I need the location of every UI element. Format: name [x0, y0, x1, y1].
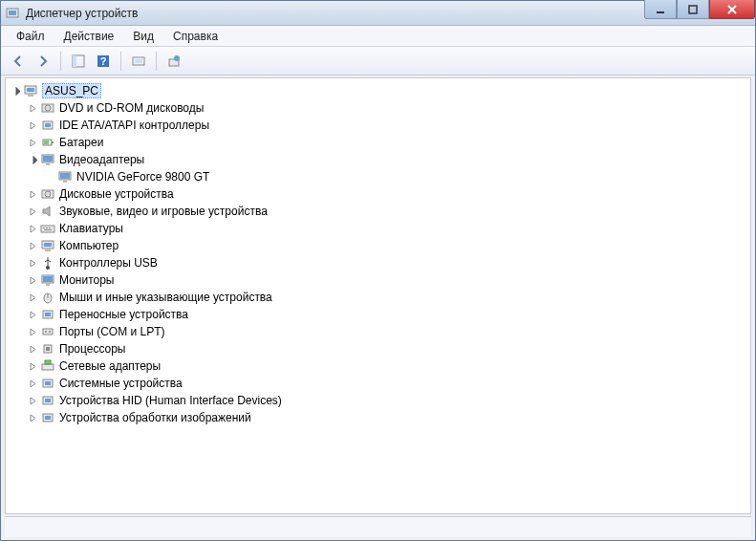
- expand-icon[interactable]: [27, 412, 38, 423]
- menu-view[interactable]: Вид: [123, 28, 163, 45]
- display-adapter-icon: [57, 169, 73, 184]
- svg-rect-21: [44, 141, 49, 144]
- tree-node-label[interactable]: Сетевые адаптеры: [59, 359, 161, 373]
- expand-icon[interactable]: [27, 257, 38, 269]
- forward-button[interactable]: [32, 50, 54, 73]
- help-button[interactable]: ?: [92, 50, 115, 73]
- expand-icon[interactable]: [27, 326, 38, 337]
- tree-node[interactable]: Видеоадаптеры: [25, 151, 748, 168]
- sound-icon: [40, 204, 55, 219]
- show-hide-tree-button[interactable]: [67, 50, 90, 73]
- mouse-icon: [40, 290, 55, 305]
- tree-node-label[interactable]: Порты (COM и LPT): [59, 325, 165, 338]
- expand-icon[interactable]: [27, 343, 38, 355]
- tree-node[interactable]: Компьютер: [25, 237, 748, 254]
- tree-node-label[interactable]: Мыши и иные указывающие устройства: [59, 291, 272, 304]
- tree-node[interactable]: Контроллеры USB: [25, 254, 748, 271]
- expand-icon[interactable]: [27, 378, 38, 389]
- tree-node-label[interactable]: Видеоадаптеры: [59, 153, 144, 166]
- update-driver-button[interactable]: [162, 50, 185, 73]
- expand-icon[interactable]: [27, 206, 38, 217]
- keyboard-icon: [40, 221, 55, 236]
- minimize-button[interactable]: [644, 0, 677, 19]
- collapse-icon[interactable]: [27, 154, 38, 165]
- tree-node-label[interactable]: Контроллеры USB: [59, 256, 158, 270]
- tree-node[interactable]: IDE ATA/ATAPI контроллеры: [25, 117, 748, 134]
- tree-node[interactable]: Мониторы: [25, 271, 748, 289]
- expand-icon[interactable]: [27, 292, 38, 303]
- usb-icon: [40, 255, 55, 270]
- tree-node[interactable]: Устройства HID (Human Interface Devices): [25, 392, 748, 409]
- tree-node-label[interactable]: Мониторы: [59, 273, 114, 287]
- svg-rect-50: [46, 347, 50, 351]
- disc-drive-icon: [40, 100, 55, 116]
- tree-node[interactable]: Мыши и иные указывающие устройства: [25, 289, 748, 306]
- tree-node-label[interactable]: IDE ATA/ATAPI контроллеры: [59, 119, 209, 132]
- hid-icon: [40, 393, 55, 408]
- battery-icon: [40, 135, 55, 150]
- tree-node-label[interactable]: Батареи: [59, 136, 103, 149]
- svg-rect-18: [45, 123, 51, 127]
- tree-node-label[interactable]: Процессоры: [59, 342, 126, 356]
- expand-icon[interactable]: [27, 188, 38, 200]
- svg-rect-31: [43, 227, 45, 228]
- tree-node-label[interactable]: DVD и CD-ROM дисководы: [59, 101, 204, 115]
- expand-icon[interactable]: [27, 223, 38, 234]
- tree-node-label[interactable]: Дисковые устройства: [59, 187, 174, 201]
- svg-rect-40: [43, 276, 53, 282]
- tree-node[interactable]: Системные устройства: [25, 375, 748, 392]
- statusbar: [5, 516, 751, 537]
- svg-rect-14: [28, 95, 33, 97]
- expand-icon[interactable]: [27, 274, 38, 286]
- tree-node-label[interactable]: Звуковые, видео и игровые устройства: [59, 205, 268, 218]
- maximize-button[interactable]: [677, 0, 709, 19]
- tree-node-label[interactable]: ASUS_PC: [42, 83, 101, 98]
- svg-rect-45: [45, 313, 51, 316]
- device-tree-panel[interactable]: ASUS_PCDVD и CD-ROM дисководыIDE ATA/ATA…: [5, 77, 751, 514]
- tree-node[interactable]: Батареи: [25, 134, 748, 151]
- back-button[interactable]: [7, 50, 30, 73]
- tree-node-label[interactable]: Переносные устройства: [59, 308, 188, 321]
- display-adapter-icon: [40, 152, 55, 167]
- scan-hardware-button[interactable]: [127, 50, 150, 73]
- menu-help[interactable]: Справка: [163, 28, 227, 45]
- svg-rect-23: [43, 156, 53, 162]
- tree-node[interactable]: NVIDIA GeForce 9800 GT: [42, 168, 748, 185]
- tree-node-label[interactable]: Устройства обработки изображений: [59, 411, 251, 424]
- tree-node-label[interactable]: Компьютер: [59, 239, 119, 252]
- expand-icon[interactable]: [27, 240, 38, 251]
- tree-node-label[interactable]: Клавиатуры: [59, 222, 123, 235]
- tree-node-label[interactable]: Системные устройства: [59, 377, 183, 390]
- tree-node[interactable]: Процессоры: [25, 340, 748, 357]
- toolbar-separator: [120, 52, 121, 71]
- tree-node[interactable]: ASUS_PC: [8, 82, 748, 99]
- expand-icon[interactable]: [27, 137, 38, 148]
- svg-rect-13: [27, 88, 34, 92]
- tree-node[interactable]: DVD и CD-ROM дисководы: [25, 99, 748, 117]
- menu-file[interactable]: Файл: [7, 28, 54, 45]
- tree-node[interactable]: Дисковые устройства: [25, 185, 748, 203]
- tree-node[interactable]: Сетевые адаптеры: [25, 357, 748, 375]
- disk-icon: [40, 186, 55, 202]
- tree-node[interactable]: Клавиатуры: [25, 220, 748, 237]
- port-icon: [40, 324, 55, 339]
- expand-icon[interactable]: [27, 360, 38, 372]
- svg-rect-56: [45, 399, 51, 402]
- tree-node[interactable]: Звуковые, видео и игровые устройства: [25, 203, 748, 220]
- svg-rect-5: [73, 55, 76, 67]
- tree-node[interactable]: Переносные устройства: [25, 306, 748, 323]
- expand-icon[interactable]: [27, 309, 38, 320]
- tree-node-label[interactable]: NVIDIA GeForce 9800 GT: [76, 170, 209, 184]
- expand-icon[interactable]: [27, 119, 38, 131]
- svg-rect-52: [45, 360, 51, 364]
- tree-node[interactable]: Устройства обработки изображений: [25, 409, 748, 426]
- svg-rect-41: [46, 284, 50, 286]
- expand-icon[interactable]: [27, 395, 38, 406]
- close-button[interactable]: [709, 0, 755, 19]
- expand-icon[interactable]: [27, 102, 38, 114]
- tree-node[interactable]: Порты (COM и LPT): [25, 323, 748, 340]
- tree-node-label[interactable]: Устройства HID (Human Interface Devices): [59, 394, 282, 407]
- collapse-icon[interactable]: [10, 85, 21, 97]
- portable-icon: [40, 307, 55, 322]
- menu-action[interactable]: Действие: [54, 28, 124, 45]
